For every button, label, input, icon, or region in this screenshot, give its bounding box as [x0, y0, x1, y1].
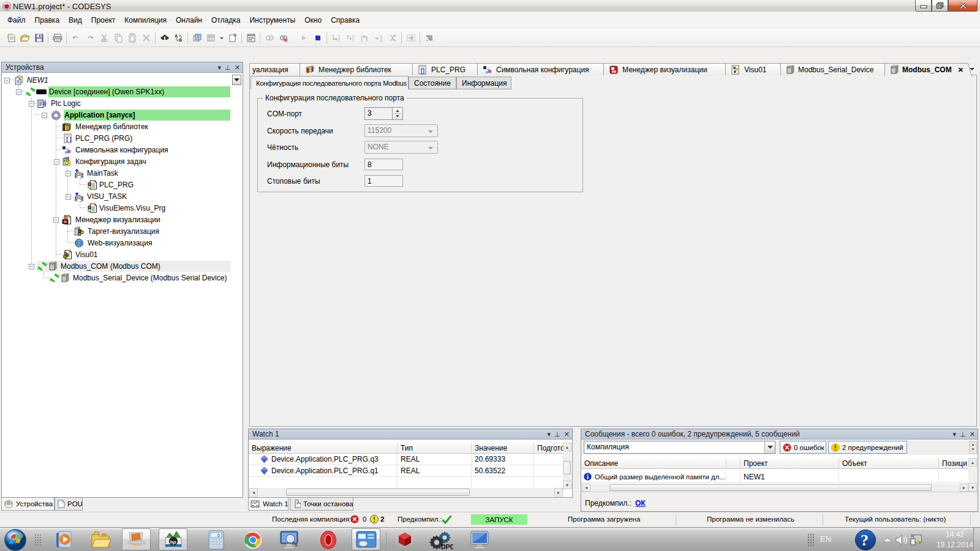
svg-text:hp: hp	[170, 539, 176, 545]
svg-text:?: ?	[861, 531, 869, 549]
svg-text:0: 0	[217, 533, 220, 538]
svg-text:[]: []	[421, 68, 424, 74]
svg-text:DPC: DPC	[441, 543, 453, 550]
